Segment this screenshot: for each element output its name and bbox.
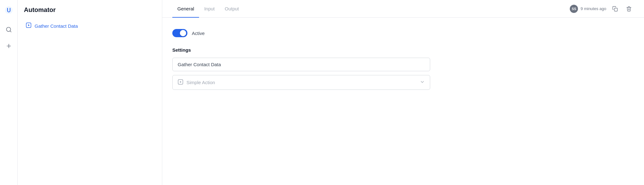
chevron-down-icon bbox=[420, 79, 425, 85]
sidebar-title: Automator bbox=[23, 6, 157, 14]
tabs-list: General Input Output bbox=[172, 0, 244, 17]
tab-general[interactable]: General bbox=[172, 0, 199, 18]
add-icon[interactable] bbox=[4, 42, 13, 50]
toggle-row: Active bbox=[172, 29, 634, 37]
tabs-actions: SS 9 minutes ago bbox=[570, 4, 634, 14]
icon-rail bbox=[0, 0, 18, 185]
active-toggle[interactable] bbox=[172, 29, 187, 37]
name-input[interactable] bbox=[172, 58, 430, 71]
svg-line-1 bbox=[10, 31, 11, 32]
copy-button[interactable] bbox=[610, 4, 620, 14]
svg-rect-6 bbox=[614, 8, 618, 11]
tab-output[interactable]: Output bbox=[220, 0, 244, 18]
settings-form: Simple Action bbox=[172, 58, 430, 90]
sidebar-item-gather-contact-data[interactable]: Gather Contact Data bbox=[23, 20, 157, 32]
tabs-bar: General Input Output SS 9 minutes ago bbox=[162, 0, 644, 18]
play-icon bbox=[26, 22, 31, 29]
tab-input[interactable]: Input bbox=[199, 0, 219, 18]
delete-button[interactable] bbox=[624, 4, 634, 14]
app-logo bbox=[4, 5, 14, 15]
svg-marker-8 bbox=[180, 81, 182, 83]
search-icon[interactable] bbox=[4, 25, 13, 34]
action-select-icon bbox=[178, 79, 183, 86]
sidebar: Automator Gather Contact Data bbox=[18, 0, 162, 185]
save-time: 9 minutes ago bbox=[580, 6, 606, 11]
main-content: General Input Output SS 9 minutes ago bbox=[162, 0, 644, 185]
action-select-text: Simple Action bbox=[186, 80, 417, 85]
save-info: SS 9 minutes ago bbox=[570, 5, 606, 13]
svg-marker-5 bbox=[28, 24, 30, 26]
settings-heading: Settings bbox=[172, 47, 634, 53]
content-area: Active Settings Simple Action bbox=[162, 18, 644, 185]
sidebar-item-label: Gather Contact Data bbox=[35, 23, 78, 29]
avatar: SS bbox=[570, 5, 578, 13]
toggle-label: Active bbox=[192, 31, 205, 36]
action-select[interactable]: Simple Action bbox=[172, 75, 430, 90]
toggle-thumb bbox=[180, 30, 186, 36]
